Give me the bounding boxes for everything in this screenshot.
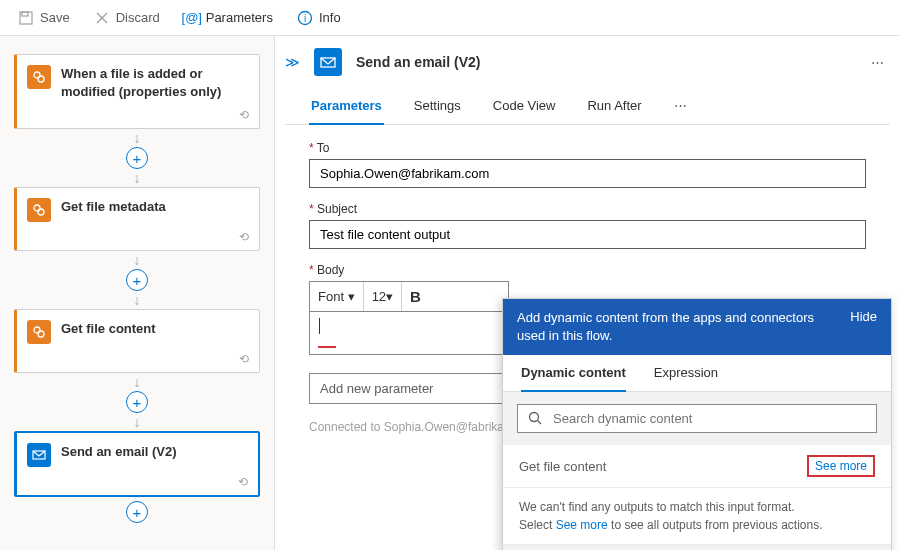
details-panel: ≫ Send an email (V2) ⋯ Parameters Settin… bbox=[275, 36, 900, 550]
to-label: * To bbox=[309, 141, 866, 155]
main-area: When a file is added or modified (proper… bbox=[0, 36, 900, 550]
subject-input[interactable] bbox=[309, 220, 866, 249]
rich-text-toolbar: Font ▾ 12 ▾ B bbox=[309, 281, 509, 311]
svg-rect-1 bbox=[22, 12, 28, 16]
discard-label: Discard bbox=[116, 10, 160, 25]
collapse-icon[interactable]: ≫ bbox=[285, 54, 300, 70]
arrow-icon: ↓ bbox=[134, 253, 141, 267]
arrow-icon: ↓ bbox=[134, 375, 141, 389]
svg-text:i: i bbox=[304, 13, 306, 24]
link-icon: ⟲ bbox=[238, 475, 248, 491]
more-button[interactable]: ⋯ bbox=[865, 55, 890, 70]
save-button[interactable]: Save bbox=[8, 6, 80, 30]
flyout-banner-text: Add dynamic content from the apps and co… bbox=[517, 309, 817, 345]
tab-runafter[interactable]: Run After bbox=[585, 92, 643, 124]
step-email[interactable]: Send an email (V2) ⟲ bbox=[14, 431, 260, 497]
section-when-file-added: When a file is added or updated See more bbox=[503, 545, 891, 550]
arrow-icon: ↓ bbox=[134, 415, 141, 429]
top-toolbar: Save Discard [@] Parameters i Info bbox=[0, 0, 900, 36]
add-step-button[interactable]: + bbox=[126, 391, 148, 413]
svg-point-9 bbox=[38, 331, 44, 337]
action-title: Send an email (V2) bbox=[356, 54, 480, 70]
svg-point-12 bbox=[530, 413, 539, 422]
step-content[interactable]: Get file content ⟲ bbox=[14, 309, 260, 373]
add-step-button[interactable]: + bbox=[126, 269, 148, 291]
arrow-icon: ↓ bbox=[134, 131, 141, 145]
parameters-button[interactable]: [@] Parameters bbox=[174, 6, 283, 30]
info-icon: i bbox=[297, 10, 313, 26]
step-trigger-title: When a file is added or modified (proper… bbox=[61, 65, 247, 100]
sharepoint-icon bbox=[27, 65, 51, 89]
step-email-title: Send an email (V2) bbox=[61, 443, 177, 461]
font-selector[interactable]: Font ▾ bbox=[310, 282, 364, 311]
action-header: ≫ Send an email (V2) ⋯ bbox=[285, 48, 890, 76]
arrow-icon: ↓ bbox=[134, 171, 141, 185]
info-label: Info bbox=[319, 10, 341, 25]
arrow-icon: ↓ bbox=[134, 293, 141, 307]
outlook-icon bbox=[314, 48, 342, 76]
save-icon bbox=[18, 10, 34, 26]
step-metadata[interactable]: Get file metadata ⟲ bbox=[14, 187, 260, 251]
tab-settings[interactable]: Settings bbox=[412, 92, 463, 124]
add-step-button[interactable]: + bbox=[126, 147, 148, 169]
tab-expression[interactable]: Expression bbox=[654, 365, 718, 391]
link-icon: ⟲ bbox=[239, 230, 249, 246]
add-step-button[interactable]: + bbox=[126, 501, 148, 523]
flyout-search-area bbox=[503, 392, 891, 445]
save-label: Save bbox=[40, 10, 70, 25]
parameters-icon: [@] bbox=[184, 10, 200, 26]
parameters-label: Parameters bbox=[206, 10, 273, 25]
search-icon bbox=[528, 411, 543, 426]
sharepoint-icon bbox=[27, 320, 51, 344]
flyout-tabs: Dynamic content Expression bbox=[503, 355, 891, 392]
bold-button[interactable]: B bbox=[402, 282, 429, 311]
svg-point-5 bbox=[38, 76, 44, 82]
section-get-file-content: Get file content See more bbox=[503, 445, 891, 488]
outlook-icon bbox=[27, 443, 51, 467]
flyout-banner: Add dynamic content from the apps and co… bbox=[503, 299, 891, 355]
svg-point-7 bbox=[38, 209, 44, 215]
font-size-selector[interactable]: 12 ▾ bbox=[364, 282, 402, 311]
subject-label: * Subject bbox=[309, 202, 866, 216]
sharepoint-icon bbox=[27, 198, 51, 222]
no-outputs-message: We can't find any outputs to match this … bbox=[503, 488, 891, 545]
flow-panel: When a file is added or modified (proper… bbox=[0, 36, 275, 550]
tab-parameters[interactable]: Parameters bbox=[309, 92, 384, 125]
section-title: Get file content bbox=[519, 459, 606, 474]
see-more-link[interactable]: See more bbox=[556, 518, 608, 532]
step-trigger[interactable]: When a file is added or modified (proper… bbox=[14, 54, 260, 129]
tab-dynamic-content[interactable]: Dynamic content bbox=[521, 365, 626, 392]
search-input[interactable] bbox=[553, 411, 866, 426]
body-input[interactable] bbox=[309, 311, 509, 355]
discard-button[interactable]: Discard bbox=[84, 6, 170, 30]
link-icon: ⟲ bbox=[239, 352, 249, 368]
hide-button[interactable]: Hide bbox=[850, 309, 877, 324]
dynamic-content-flyout: Add dynamic content from the apps and co… bbox=[502, 298, 892, 550]
link-icon: ⟲ bbox=[239, 108, 249, 124]
info-button[interactable]: i Info bbox=[287, 6, 351, 30]
step-metadata-title: Get file metadata bbox=[61, 198, 166, 216]
tab-codeview[interactable]: Code View bbox=[491, 92, 558, 124]
to-input[interactable] bbox=[309, 159, 866, 188]
action-tabs: Parameters Settings Code View Run After … bbox=[285, 92, 890, 125]
tab-more[interactable]: ⋯ bbox=[672, 92, 689, 124]
see-more-button[interactable]: See more bbox=[807, 455, 875, 477]
step-content-title: Get file content bbox=[61, 320, 156, 338]
search-box[interactable] bbox=[517, 404, 877, 433]
close-icon bbox=[94, 10, 110, 26]
body-label: * Body bbox=[309, 263, 866, 277]
